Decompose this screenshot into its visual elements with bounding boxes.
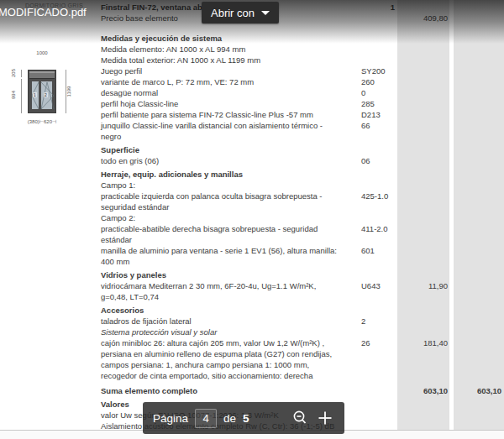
zoom-in-button[interactable] — [316, 409, 334, 427]
pdf-viewer: DORMITORIO GRIS 1000 205 994 1199 — [0, 0, 504, 439]
spec-row: Accesorios — [0, 305, 504, 316]
spec-row: junquillo Classic-line varilla distancia… — [0, 120, 504, 142]
spec-label: Suma elemento completo — [101, 385, 365, 396]
spec-label: Herraje, equip. adicionales y manillas — [101, 169, 365, 180]
page-number-input[interactable] — [195, 409, 217, 428]
spec-row: Medida total exterior: AN 1000 x AL 1199… — [0, 55, 504, 65]
spec-label: Medidas y ejecución de sistema — [101, 33, 365, 44]
spec-row: Herraje, equip. adicionales y manillas — [0, 169, 504, 180]
open-with-label: Abrir con — [211, 7, 255, 19]
zoom-in-icon — [317, 410, 333, 426]
spec-label: Sistema protección visual y solar — [101, 327, 365, 337]
spec-code: 285 — [361, 98, 375, 109]
spec-row: variante de marco L, P: 72 mm, VE: 72 mm… — [0, 76, 504, 87]
spec-code: 0 — [361, 87, 365, 98]
spec-row: Superficie — [0, 144, 504, 155]
file-name: MODIFICADO.pdf — [0, 6, 87, 18]
spec-row: Suma elemento completo603,10603,10 — [0, 385, 504, 396]
spec-row: Campo 1: — [0, 180, 504, 191]
spec-code: 2 — [361, 316, 365, 327]
page-toolbar[interactable]: Página de 5 — [143, 402, 344, 434]
spec-row: perfil batiente para sistema FIN-72 Clas… — [0, 109, 504, 120]
spec-table: Finstral FIN-72, ventana abatible 2 hoja… — [0, 2, 504, 431]
page-of-label: de — [223, 412, 236, 425]
zoom-out-icon — [291, 410, 308, 426]
spec-label: variante de marco L, P: 72 mm, VE: 72 mm — [101, 76, 365, 87]
price-total-value: 603,10 — [452, 385, 501, 396]
spec-label: desagüe normal — [101, 87, 365, 98]
spec-label: taladros de fijación lateral — [101, 316, 365, 327]
price-value: 603,10 — [397, 385, 448, 396]
price-value: 181,40 — [397, 337, 448, 348]
spec-label: Juego perfil — [101, 65, 365, 76]
spec-label: vidriocámara Mediterran 2 30 mm, 6F-20-4… — [101, 280, 365, 302]
spec-label: Superficie — [101, 144, 365, 155]
spec-row: Sistema protección visual y solar — [0, 327, 504, 337]
open-with-button[interactable]: Abrir con — [202, 2, 279, 24]
spec-code: 601 — [361, 245, 375, 256]
spec-row: Juego perfilSY200 — [0, 65, 504, 76]
spec-label: practicable-abatible derecha bisagra sob… — [101, 223, 365, 245]
spec-code: U643 — [361, 280, 381, 291]
zoom-out-button[interactable] — [291, 409, 309, 427]
page-total: 5 — [243, 412, 249, 425]
spec-row: perfil hoja Classic-line285 — [0, 98, 504, 109]
spec-row: manilla de aluminio para ventana - serie… — [0, 245, 504, 267]
spec-row: Vidrios y paneles — [0, 269, 504, 280]
spec-label: todo en gris (06) — [101, 155, 365, 166]
spec-code: SY200 — [361, 65, 386, 76]
spec-code: 66 — [361, 120, 370, 131]
spec-code: 425-1.0 — [361, 191, 388, 201]
spec-label: Medida elemento: AN 1000 x AL 994 mm — [101, 44, 365, 55]
spec-row: Medidas y ejecución de sistema — [0, 33, 504, 44]
spec-label: perfil hoja Classic-line — [101, 98, 365, 109]
spec-code: 06 — [361, 155, 370, 166]
spec-label: Accesorios — [101, 305, 365, 316]
spec-row: cajón minibloc 26: altura cajón 205 mm, … — [0, 337, 504, 381]
spec-label: Campo 1: — [101, 180, 365, 191]
spec-label: Vidrios y paneles — [101, 269, 365, 280]
spec-label: cajón minibloc 26: altura cajón 205 mm, … — [101, 337, 365, 381]
spec-row: taladros de fijación lateral2 — [0, 316, 504, 327]
spec-label: manilla de aluminio para ventana - serie… — [101, 245, 365, 267]
price-value: 409,80 — [397, 13, 448, 24]
spec-row: practicable izquierda con palanca oculta… — [0, 191, 504, 212]
spec-label: Campo 2: — [101, 212, 365, 223]
spec-row: todo en gris (06)06 — [0, 155, 504, 166]
spec-row: vidriocámara Mediterran 2 30 mm, 6F-20-4… — [0, 280, 504, 302]
spec-row: Medida elemento: AN 1000 x AL 994 mm — [0, 44, 504, 55]
spec-row: Campo 2: — [0, 212, 504, 223]
spec-row: desagüe normal0 — [0, 87, 504, 98]
spec-row: practicable-abatible derecha bisagra sob… — [0, 223, 504, 245]
chevron-down-icon — [261, 11, 270, 15]
quantity-value: 1 — [361, 2, 395, 13]
spec-label: perfil batiente para sistema FIN-72 Clas… — [101, 109, 365, 120]
spec-label: junquillo Classic-line varilla distancia… — [101, 120, 365, 142]
spec-code: 411-2.0 — [361, 223, 388, 234]
price-value: 11,90 — [397, 280, 448, 291]
spec-code: 26 — [361, 337, 370, 348]
spec-code: D213 — [361, 109, 381, 120]
page-label: Página — [153, 412, 188, 425]
spec-code: 260 — [361, 76, 375, 87]
spec-label: Medida total exterior: AN 1000 x AL 1199… — [101, 55, 365, 65]
spec-label: practicable izquierda con palanca oculta… — [101, 191, 365, 212]
